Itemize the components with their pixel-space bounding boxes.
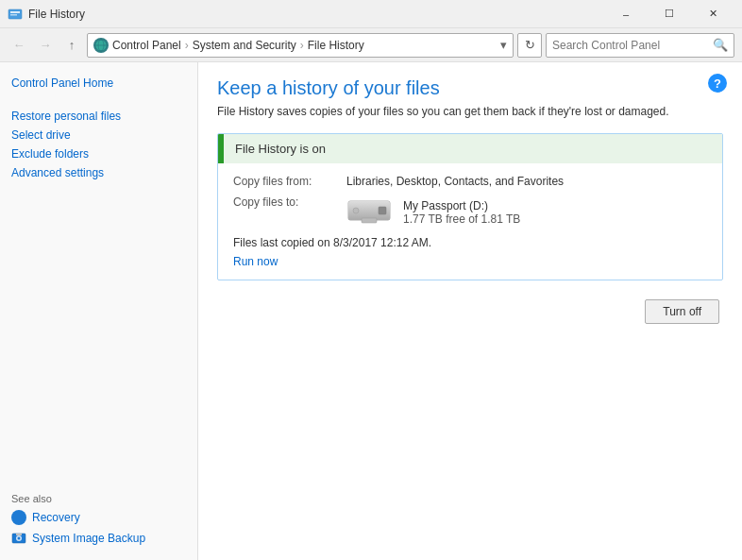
help-button[interactable]: ? <box>708 74 727 93</box>
search-icon[interactable]: 🔍 <box>713 38 728 52</box>
maximize-button[interactable]: ☐ <box>648 0 691 28</box>
address-dropdown-icon[interactable]: ▾ <box>500 38 507 52</box>
path-system-security[interactable]: System and Security <box>193 39 296 52</box>
turn-off-button[interactable]: Turn off <box>645 299 719 324</box>
search-box[interactable]: 🔍 <box>546 33 734 58</box>
recovery-icon <box>11 510 26 525</box>
turn-off-row: Turn off <box>217 299 723 324</box>
drive-icon <box>346 195 392 229</box>
title-bar: File History – ☐ ✕ <box>0 0 742 28</box>
up-button[interactable]: ↑ <box>60 34 83 57</box>
sidebar-item-restore-personal[interactable]: Restore personal files <box>0 107 197 126</box>
address-bar[interactable]: Control Panel › System and Security › Fi… <box>87 33 514 58</box>
copy-to-label: Copy files to: <box>233 195 346 209</box>
copy-from-label: Copy files from: <box>233 175 346 188</box>
sidebar: Control Panel Home Restore personal file… <box>0 62 198 560</box>
page-subtitle: File History saves copies of your files … <box>217 105 723 118</box>
drive-size: 1.77 TB free of 1.81 TB <box>403 212 520 226</box>
run-now-link[interactable]: Run now <box>233 255 707 268</box>
window-controls: – ☐ ✕ <box>604 0 734 28</box>
back-button[interactable]: ← <box>8 34 30 57</box>
copy-from-row: Copy files from: Libraries, Desktop, Con… <box>233 175 707 188</box>
svg-rect-1 <box>10 11 20 13</box>
address-globe-icon <box>93 38 109 53</box>
drive-name: My Passport (D:) <box>403 199 520 212</box>
sidebar-item-control-panel-home[interactable]: Control Panel Home <box>0 74 197 93</box>
path-control-panel[interactable]: Control Panel <box>112 39 181 52</box>
copy-from-value: Libraries, Desktop, Contacts, and Favori… <box>346 175 564 188</box>
svg-rect-13 <box>379 207 386 214</box>
status-label: File History is on <box>235 142 326 156</box>
search-input[interactable] <box>552 39 709 52</box>
page-title: Keep a history of your files <box>217 77 723 99</box>
status-box: File History is on Copy files from: Libr… <box>217 133 723 280</box>
forward-button[interactable]: → <box>34 34 57 57</box>
last-copied-text: Files last copied on 8/3/2017 12:12 AM. <box>233 236 707 249</box>
see-also-label: See also <box>0 490 197 507</box>
status-body: Copy files from: Libraries, Desktop, Con… <box>218 163 722 280</box>
navigation-bar: ← → ↑ Control Panel › System and Securit… <box>0 28 742 62</box>
path-file-history: File History <box>308 39 364 52</box>
system-image-icon <box>11 531 26 546</box>
refresh-button[interactable]: ↻ <box>517 33 542 58</box>
minimize-button[interactable]: – <box>604 0 648 28</box>
status-header: File History is on <box>218 134 722 163</box>
content-area: ? Keep a history of your files File Hist… <box>198 62 742 560</box>
drive-details: My Passport (D:) 1.77 TB free of 1.81 TB <box>403 199 520 226</box>
sidebar-item-advanced-settings[interactable]: Advanced settings <box>0 163 197 182</box>
sidebar-item-system-image-backup[interactable]: System Image Backup <box>0 528 197 549</box>
drive-info: My Passport (D:) 1.77 TB free of 1.81 TB <box>346 195 520 229</box>
svg-point-14 <box>353 208 359 213</box>
close-button[interactable]: ✕ <box>691 0 734 28</box>
sidebar-item-exclude-folders[interactable]: Exclude folders <box>0 144 197 163</box>
address-path: Control Panel › System and Security › Fi… <box>112 39 364 52</box>
copy-to-row: Copy files to: <box>233 195 707 229</box>
window-title: File History <box>28 8 604 21</box>
svg-rect-12 <box>362 218 377 223</box>
svg-point-8 <box>18 537 21 540</box>
sidebar-item-recovery[interactable]: Recovery <box>0 507 197 528</box>
sidebar-item-select-drive[interactable]: Select drive <box>0 126 197 144</box>
main-layout: Control Panel Home Restore personal file… <box>0 62 742 560</box>
svg-rect-2 <box>10 14 17 16</box>
svg-marker-9 <box>16 534 22 535</box>
window-icon <box>8 7 23 22</box>
